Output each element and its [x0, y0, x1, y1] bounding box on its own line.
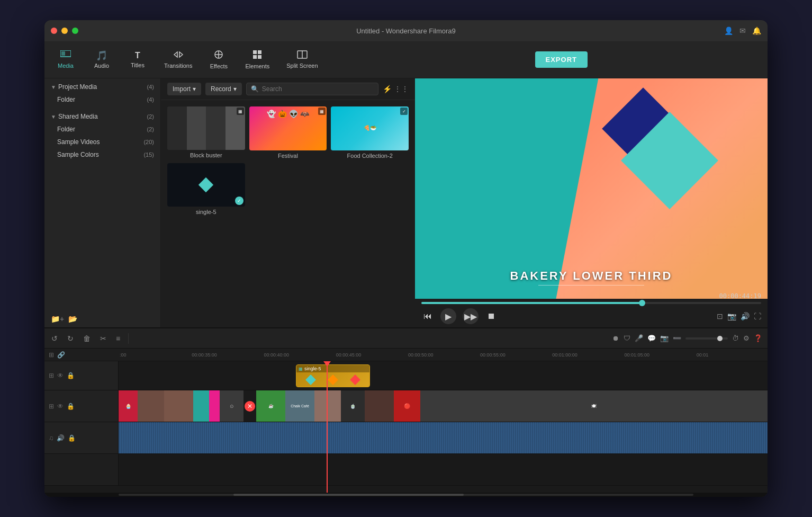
audio-track-controls: ♫ 🔊 🔒 [44, 422, 119, 453]
ruler-mark-8: 00:01 [696, 352, 768, 358]
strip-2 [164, 390, 193, 422]
add-folder-icon[interactable]: 📁+ [51, 315, 64, 323]
redo-button[interactable]: ↻ [66, 333, 75, 344]
toolbar-item-media[interactable]: Media [49, 47, 83, 73]
overlay-grid-icon[interactable]: ⊞ [49, 372, 54, 379]
pip-icon[interactable]: ⊡ [717, 312, 723, 320]
preview-video: BAKERY LOWER THIRD [415, 78, 768, 299]
overlay-lock-icon[interactable]: 🔒 [67, 372, 75, 379]
transitions-label: Transitions [164, 63, 192, 69]
shared-folder-label: Folder [57, 126, 147, 133]
media-item-single5[interactable]: ✓ single-5 [167, 163, 245, 215]
add-item-icon[interactable]: 📂 [68, 315, 77, 323]
overlay-clip[interactable]: ▦ single-5 [296, 364, 370, 387]
strip-1 [138, 390, 164, 422]
cut-button[interactable]: ✂ [98, 333, 108, 344]
minus-icon[interactable]: ➖ [673, 334, 681, 342]
timeline-ruler: :00 00:00:35:00 00:00:40:00 00:00:45:00 … [119, 349, 768, 361]
maximize-button[interactable] [72, 28, 78, 34]
help-icon[interactable]: ❓ [754, 334, 762, 342]
video-grid-icon[interactable]: ⊞ [49, 403, 54, 410]
play-forward-button[interactable]: ▶▶ [463, 308, 479, 324]
project-media-row[interactable]: ▼ Project Media (4) [44, 81, 160, 93]
svg-rect-5 [253, 55, 257, 59]
delete-button[interactable]: 🗑 [82, 333, 92, 344]
strip-cupcake: 🧁 [119, 390, 138, 422]
snapshot-icon[interactable]: 📷 [727, 312, 736, 320]
media-item-festival[interactable]: 👻 🎃 👽 🦇 ▦ Festival [249, 106, 327, 159]
audio-volume-icon[interactable]: 🔊 [57, 434, 65, 442]
play-pause-button[interactable]: ▶ [440, 308, 456, 324]
record-button[interactable]: Record ▾ [205, 83, 242, 95]
empty-track [44, 454, 768, 486]
volume-icon[interactable]: 🔊 [741, 312, 750, 320]
strip-chalk: Chalk Café [285, 390, 314, 422]
rewind-button[interactable]: ⏮ [421, 309, 434, 323]
close-button[interactable] [51, 28, 57, 34]
progress-fill [421, 302, 642, 304]
snap-icon[interactable]: ⊞ [49, 351, 54, 359]
progress-bar[interactable]: 00:00:44:19 [421, 302, 761, 304]
filter-icon[interactable]: ⚡ [383, 85, 392, 93]
media-item-blockbuster[interactable]: ▦ Block buster [167, 106, 245, 159]
media-item-food[interactable]: 🍕🥗 ✓ Food Collection-2 [331, 106, 409, 159]
shield-icon[interactable]: 🛡 [624, 334, 630, 342]
strip-red2: 🔴 [394, 390, 420, 422]
strip-coffee2 [365, 390, 394, 422]
audio-lock-icon[interactable]: 🔒 [68, 434, 76, 442]
sample-videos-count: (20) [143, 139, 154, 145]
timeline-right-controls: ⏺ 🛡 🎤 💬 📷 ➖ ⏱ ⚙ ❓ [612, 334, 762, 342]
undo-button[interactable]: ↺ [50, 333, 59, 344]
titles-label: Titles [131, 62, 145, 68]
video-track-content: 🧁 ⊙ ✕ ☕ Chalk Café 🍵 🔴 [119, 390, 768, 422]
toolbar-item-effects[interactable]: Effects [202, 47, 236, 73]
video-lock-icon[interactable]: 🔒 [67, 403, 75, 410]
plus-icon[interactable]: ⏱ [732, 334, 739, 342]
toolbar-item-splitscreen[interactable]: Split Screen [279, 47, 325, 73]
sample-colors-row[interactable]: Sample Colors (15) [44, 148, 160, 161]
clip-name: single-5 [304, 366, 321, 371]
audio-note-icon[interactable]: ♫ [49, 434, 53, 442]
svg-rect-6 [258, 55, 261, 59]
video-eye-icon[interactable]: 👁 [57, 403, 64, 410]
toolbar-item-audio[interactable]: 🎵 Audio [85, 47, 119, 73]
search-input[interactable] [262, 85, 374, 93]
toolbar-item-titles[interactable]: T Titles [121, 47, 155, 73]
playhead-triangle [323, 361, 331, 367]
overlay-eye-icon[interactable]: 👁 [57, 372, 64, 379]
bat-icon: 🦇 [300, 110, 309, 118]
toolbar-item-elements[interactable]: Elements [238, 47, 277, 73]
media-tl-icon[interactable]: 📷 [660, 334, 669, 342]
import-button[interactable]: Import ▾ [167, 83, 201, 95]
shared-media-row[interactable]: ▼ Shared Media (2) [44, 110, 160, 123]
link-icon[interactable]: 🔗 [57, 351, 65, 359]
record-tl-icon[interactable]: ⏺ [612, 334, 619, 342]
align-button[interactable]: ≡ [114, 333, 122, 344]
minimize-button[interactable] [61, 28, 68, 34]
timeline-playhead[interactable] [327, 361, 328, 493]
sample-videos-row[interactable]: Sample Videos (20) [44, 136, 160, 148]
timeline-ruler-header: ⊞ 🔗 :00 00:00:35:00 00:00:40:00 00:00:45… [44, 349, 768, 361]
ruler-mark-4: 00:00:50:00 [407, 352, 479, 358]
strip-food5 [314, 390, 341, 422]
mic-icon[interactable]: 🎤 [635, 334, 643, 342]
record-label: Record [211, 85, 231, 93]
stop-button[interactable]: ⏹ [485, 309, 498, 323]
festival-thumb: 👻 🎃 👽 🦇 ▦ [249, 106, 327, 150]
chevron-down-icon: ▼ [51, 84, 56, 90]
fullscreen-icon[interactable]: ⛶ [754, 312, 761, 320]
export-button[interactable]: EXPORT [535, 51, 588, 68]
sample-colors-count: (15) [143, 151, 154, 158]
project-folder-row[interactable]: Folder (4) [44, 93, 160, 106]
preview-title-overlay: BAKERY LOWER THIRD [510, 269, 673, 283]
shared-folder-row[interactable]: Folder (2) [44, 123, 160, 136]
scrollbar-track[interactable] [119, 494, 693, 496]
zoom-slider[interactable] [685, 337, 728, 340]
toolbar-item-transitions[interactable]: Transitions [157, 47, 200, 73]
grid-icon[interactable]: ⋮⋮ [394, 85, 409, 93]
settings-tl-icon[interactable]: ⚙ [743, 334, 750, 342]
empty-track-content [119, 454, 768, 485]
caption-icon[interactable]: 💬 [647, 334, 656, 342]
media-label: Media [58, 63, 74, 69]
splitscreen-label: Split Screen [286, 63, 318, 69]
